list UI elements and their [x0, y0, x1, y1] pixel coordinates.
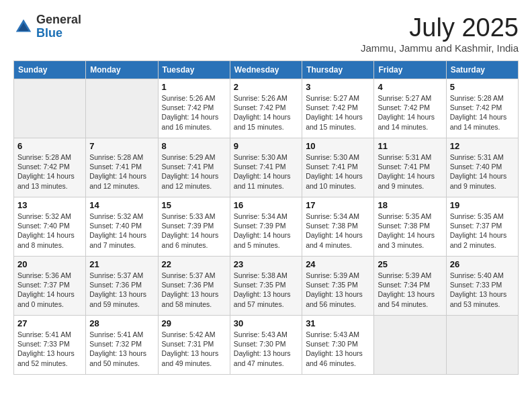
day-number: 28 [89, 318, 154, 328]
calendar-cell: 25Sunrise: 5:39 AM Sunset: 7:34 PM Dayli… [374, 257, 446, 316]
day-detail: Sunrise: 5:29 AM Sunset: 7:41 PM Dayligh… [162, 152, 226, 191]
month-title: July 2025 [361, 13, 519, 42]
day-number: 13 [17, 200, 82, 210]
day-number: 30 [234, 318, 298, 328]
location-text: Jammu, Jammu and Kashmir, India [361, 42, 519, 54]
calendar-cell: 9Sunrise: 5:30 AM Sunset: 7:41 PM Daylig… [230, 138, 302, 197]
logo-icon [13, 17, 34, 37]
day-number: 27 [17, 318, 82, 328]
column-header-sunday: Sunday [14, 61, 86, 79]
calendar-cell: 31Sunrise: 5:43 AM Sunset: 7:30 PM Dayli… [302, 316, 374, 375]
day-number: 15 [162, 200, 226, 210]
day-detail: Sunrise: 5:26 AM Sunset: 7:42 PM Dayligh… [162, 93, 226, 132]
day-detail: Sunrise: 5:38 AM Sunset: 7:35 PM Dayligh… [234, 271, 298, 309]
day-number: 18 [378, 200, 442, 210]
day-detail: Sunrise: 5:37 AM Sunset: 7:36 PM Dayligh… [89, 271, 154, 309]
calendar-cell: 28Sunrise: 5:41 AM Sunset: 7:32 PM Dayli… [86, 316, 158, 375]
day-number: 26 [450, 259, 515, 269]
day-detail: Sunrise: 5:27 AM Sunset: 7:42 PM Dayligh… [306, 93, 370, 132]
day-detail: Sunrise: 5:43 AM Sunset: 7:30 PM Dayligh… [234, 330, 298, 368]
logo-blue-text: Blue [36, 26, 62, 40]
day-detail: Sunrise: 5:35 AM Sunset: 7:38 PM Dayligh… [378, 212, 442, 250]
day-detail: Sunrise: 5:28 AM Sunset: 7:42 PM Dayligh… [17, 152, 82, 191]
page-header: General Blue July 2025 Jammu, Jammu and … [13, 13, 519, 54]
title-block: July 2025 Jammu, Jammu and Kashmir, Indi… [361, 13, 519, 54]
day-detail: Sunrise: 5:32 AM Sunset: 7:40 PM Dayligh… [89, 212, 154, 250]
calendar-cell: 11Sunrise: 5:31 AM Sunset: 7:41 PM Dayli… [374, 138, 446, 197]
calendar-cell: 2Sunrise: 5:26 AM Sunset: 7:42 PM Daylig… [230, 79, 302, 138]
calendar-cell: 15Sunrise: 5:33 AM Sunset: 7:39 PM Dayli… [158, 197, 230, 257]
day-number: 8 [162, 141, 226, 151]
day-number: 21 [89, 259, 154, 269]
day-number: 14 [89, 200, 154, 210]
calendar-cell: 1Sunrise: 5:26 AM Sunset: 7:42 PM Daylig… [158, 79, 230, 138]
day-number: 4 [378, 82, 442, 92]
logo: General Blue [13, 13, 81, 40]
calendar-cell [14, 79, 86, 138]
day-number: 23 [234, 259, 298, 269]
calendar-cell: 24Sunrise: 5:39 AM Sunset: 7:35 PM Dayli… [302, 257, 374, 316]
day-number: 1 [162, 82, 226, 92]
day-number: 24 [306, 259, 370, 269]
day-number: 11 [378, 141, 442, 151]
calendar-cell: 17Sunrise: 5:34 AM Sunset: 7:38 PM Dayli… [302, 197, 374, 257]
day-detail: Sunrise: 5:30 AM Sunset: 7:41 PM Dayligh… [234, 152, 298, 191]
calendar-cell: 8Sunrise: 5:29 AM Sunset: 7:41 PM Daylig… [158, 138, 230, 197]
day-detail: Sunrise: 5:43 AM Sunset: 7:30 PM Dayligh… [306, 330, 370, 368]
day-detail: Sunrise: 5:28 AM Sunset: 7:42 PM Dayligh… [450, 93, 515, 132]
day-number: 17 [306, 200, 370, 210]
day-number: 29 [162, 318, 226, 328]
day-detail: Sunrise: 5:33 AM Sunset: 7:39 PM Dayligh… [162, 212, 226, 250]
calendar-cell: 16Sunrise: 5:34 AM Sunset: 7:39 PM Dayli… [230, 197, 302, 257]
calendar-cell: 10Sunrise: 5:30 AM Sunset: 7:41 PM Dayli… [302, 138, 374, 197]
day-number: 5 [450, 82, 515, 92]
day-detail: Sunrise: 5:26 AM Sunset: 7:42 PM Dayligh… [234, 93, 298, 132]
day-detail: Sunrise: 5:35 AM Sunset: 7:37 PM Dayligh… [450, 212, 515, 250]
day-number: 31 [306, 318, 370, 328]
day-detail: Sunrise: 5:34 AM Sunset: 7:38 PM Dayligh… [306, 212, 370, 250]
calendar-cell: 29Sunrise: 5:42 AM Sunset: 7:31 PM Dayli… [158, 316, 230, 375]
day-detail: Sunrise: 5:27 AM Sunset: 7:42 PM Dayligh… [378, 93, 442, 132]
calendar-cell: 21Sunrise: 5:37 AM Sunset: 7:36 PM Dayli… [86, 257, 158, 316]
day-number: 2 [234, 82, 298, 92]
column-header-wednesday: Wednesday [230, 61, 302, 79]
day-number: 7 [89, 141, 154, 151]
calendar-cell: 13Sunrise: 5:32 AM Sunset: 7:40 PM Dayli… [14, 197, 86, 257]
day-detail: Sunrise: 5:31 AM Sunset: 7:41 PM Dayligh… [378, 152, 442, 191]
day-number: 25 [378, 259, 442, 269]
day-number: 19 [450, 200, 515, 210]
day-detail: Sunrise: 5:32 AM Sunset: 7:40 PM Dayligh… [17, 212, 82, 250]
calendar-cell: 26Sunrise: 5:40 AM Sunset: 7:33 PM Dayli… [446, 257, 518, 316]
day-number: 3 [306, 82, 370, 92]
calendar-cell: 27Sunrise: 5:41 AM Sunset: 7:33 PM Dayli… [14, 316, 86, 375]
calendar-week-row: 13Sunrise: 5:32 AM Sunset: 7:40 PM Dayli… [14, 197, 519, 257]
calendar-header-row: SundayMondayTuesdayWednesdayThursdayFrid… [14, 61, 519, 79]
calendar-table: SundayMondayTuesdayWednesdayThursdayFrid… [13, 60, 519, 375]
column-header-saturday: Saturday [446, 61, 518, 79]
calendar-week-row: 27Sunrise: 5:41 AM Sunset: 7:33 PM Dayli… [14, 316, 519, 375]
calendar-cell: 19Sunrise: 5:35 AM Sunset: 7:37 PM Dayli… [446, 197, 518, 257]
day-detail: Sunrise: 5:41 AM Sunset: 7:33 PM Dayligh… [17, 330, 82, 368]
day-detail: Sunrise: 5:40 AM Sunset: 7:33 PM Dayligh… [450, 271, 515, 309]
calendar-cell: 30Sunrise: 5:43 AM Sunset: 7:30 PM Dayli… [230, 316, 302, 375]
calendar-cell: 18Sunrise: 5:35 AM Sunset: 7:38 PM Dayli… [374, 197, 446, 257]
day-number: 16 [234, 200, 298, 210]
column-header-friday: Friday [374, 61, 446, 79]
calendar-cell: 7Sunrise: 5:28 AM Sunset: 7:41 PM Daylig… [86, 138, 158, 197]
day-detail: Sunrise: 5:31 AM Sunset: 7:40 PM Dayligh… [450, 152, 515, 191]
day-number: 6 [17, 141, 82, 151]
calendar-cell: 20Sunrise: 5:36 AM Sunset: 7:37 PM Dayli… [14, 257, 86, 316]
calendar-week-row: 6Sunrise: 5:28 AM Sunset: 7:42 PM Daylig… [14, 138, 519, 197]
calendar-cell: 3Sunrise: 5:27 AM Sunset: 7:42 PM Daylig… [302, 79, 374, 138]
day-number: 10 [306, 141, 370, 151]
day-detail: Sunrise: 5:28 AM Sunset: 7:41 PM Dayligh… [89, 152, 154, 191]
calendar-cell [446, 316, 518, 375]
day-detail: Sunrise: 5:42 AM Sunset: 7:31 PM Dayligh… [162, 330, 226, 368]
column-header-tuesday: Tuesday [158, 61, 230, 79]
day-detail: Sunrise: 5:34 AM Sunset: 7:39 PM Dayligh… [234, 212, 298, 250]
day-detail: Sunrise: 5:30 AM Sunset: 7:41 PM Dayligh… [306, 152, 370, 191]
calendar-cell [374, 316, 446, 375]
logo-general-text: General [36, 13, 81, 26]
day-detail: Sunrise: 5:37 AM Sunset: 7:36 PM Dayligh… [162, 271, 226, 309]
calendar-cell [86, 79, 158, 138]
